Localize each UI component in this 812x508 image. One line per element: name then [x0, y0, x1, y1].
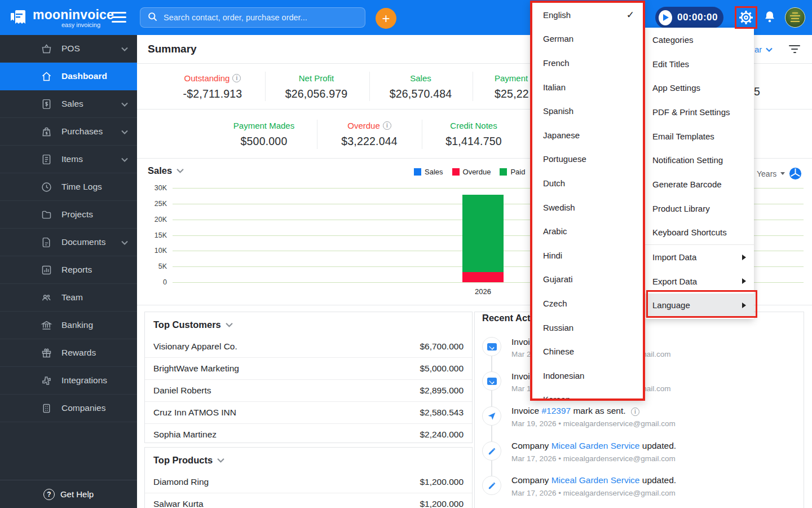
- sidebar-item-time-logs[interactable]: Time Logs: [0, 173, 137, 201]
- sidebar-item-reports[interactable]: Reports: [0, 256, 137, 284]
- menu-item-pdf-print-settings[interactable]: PDF & Print Settings: [645, 100, 754, 124]
- sidebar-item-companies[interactable]: Companies: [0, 395, 137, 422]
- legend-item-sales: Sales: [414, 168, 443, 176]
- menu-item-import-data[interactable]: Import Data: [645, 245, 754, 269]
- language-option-german[interactable]: German: [532, 27, 643, 51]
- legend-swatch: [500, 168, 507, 176]
- sidebar-item-integrations[interactable]: Integrations: [0, 367, 137, 395]
- menu-item-notification-setting[interactable]: Notification Setting: [645, 148, 754, 172]
- bar-stack[interactable]: [462, 188, 504, 282]
- sidebar-item-rewards[interactable]: Rewards: [0, 339, 137, 367]
- sidebar-item-dashboard[interactable]: Dashboard: [0, 63, 137, 90]
- menu-item-language[interactable]: Language: [645, 294, 754, 318]
- chart-range-select[interactable]: Years: [757, 167, 802, 180]
- sidebar-label: Banking: [61, 320, 93, 330]
- top-products-title[interactable]: Top Products: [145, 448, 472, 471]
- divider: [473, 72, 473, 101]
- time-tracker[interactable]: 00:00:00: [655, 7, 723, 28]
- brand-tagline: easy invoicing: [33, 21, 100, 28]
- sales-chart-title[interactable]: Sales: [148, 165, 184, 176]
- menu-item-categories[interactable]: Categories: [645, 28, 754, 52]
- menu-item-edit-titles[interactable]: Edit Titles: [645, 52, 754, 76]
- language-option-gujarati[interactable]: Gujarati: [532, 268, 643, 292]
- info-icon[interactable]: i: [232, 74, 241, 82]
- activity-title: Company Miceal Garden Service updated.: [511, 441, 676, 451]
- language-option-portuguese[interactable]: Portuguese: [532, 147, 643, 172]
- language-option-english[interactable]: English✓: [532, 3, 643, 27]
- get-help-label: Get Help: [60, 489, 94, 499]
- language-option-japanese[interactable]: Japanese: [532, 123, 643, 147]
- table-row[interactable]: Daniel Roberts$2,895.000: [145, 379, 472, 401]
- submenu-arrow-icon: [742, 278, 746, 284]
- timer-value: 00:00:00: [677, 12, 718, 23]
- table-row[interactable]: Sophia Martinez$2,240.000: [145, 423, 472, 445]
- menu-item-export-data[interactable]: Export Data: [645, 269, 754, 294]
- menu-toggle-icon[interactable]: [112, 12, 126, 25]
- sidebar-label: Integrations: [61, 375, 107, 386]
- menu-item-product-library[interactable]: Product Library: [645, 196, 754, 221]
- menu-item-app-settings[interactable]: App Settings: [645, 76, 754, 100]
- add-new-button[interactable]: +: [376, 8, 396, 29]
- y-tick: 5K: [144, 262, 167, 270]
- table-row[interactable]: Cruz Inn ATMOS INN$2,580.543: [145, 401, 472, 423]
- stat-net-profit: Net Profit $26,056.979: [268, 73, 364, 100]
- top-customers-card: Top Customers Visionary Apparel Co.$6,70…: [144, 312, 473, 443]
- company-link[interactable]: Miceal Garden Service: [551, 475, 640, 485]
- clock-icon: [41, 181, 53, 193]
- user-avatar[interactable]: [785, 7, 805, 28]
- language-option-arabic[interactable]: Arabic: [532, 219, 643, 243]
- language-option-czech[interactable]: Czech: [532, 291, 643, 316]
- y-tick: 20K: [144, 216, 167, 224]
- y-tick: 10K: [144, 247, 167, 255]
- language-option-hindi[interactable]: Hindi: [532, 243, 643, 268]
- y-tick: 30K: [144, 184, 167, 192]
- settings-gear-icon[interactable]: [738, 9, 754, 28]
- menu-item-generate-barcode[interactable]: Generate Barcode: [645, 172, 754, 196]
- company-link[interactable]: Miceal Garden Service: [551, 441, 640, 450]
- play-icon[interactable]: [659, 10, 672, 25]
- sidebar-item-pos[interactable]: POS: [0, 35, 137, 63]
- info-icon[interactable]: i: [631, 408, 639, 416]
- activity-meta: Mar 17, 2026 • micealgardenservice@gmail…: [511, 454, 676, 463]
- sidebar-item-items[interactable]: Items: [0, 146, 137, 173]
- language-option-indonesian[interactable]: Indonesian: [532, 364, 643, 388]
- table-row[interactable]: Visionary Apparel Co.$6,700.000: [145, 335, 472, 357]
- sidebar-item-sales[interactable]: Sales: [0, 90, 137, 118]
- table-row[interactable]: Diamond Ring$1,200.000: [145, 471, 472, 493]
- language-option-korean[interactable]: Korean: [532, 388, 643, 401]
- chevron-down-icon: [121, 126, 128, 137]
- table-row[interactable]: Salwar Kurta$1,200.000: [145, 493, 472, 508]
- chevron-down-icon: [121, 154, 128, 164]
- language-option-italian[interactable]: Italian: [532, 75, 643, 99]
- language-option-spanish[interactable]: Spanish: [532, 99, 643, 123]
- language-option-chinese[interactable]: Chinese: [532, 339, 643, 364]
- language-option-russian[interactable]: Russian: [532, 316, 643, 340]
- info-icon[interactable]: i: [383, 121, 391, 130]
- filter-icon[interactable]: [789, 45, 800, 55]
- language-option-swedish[interactable]: Swedish: [532, 195, 643, 220]
- get-help-button[interactable]: ? Get Help: [0, 480, 137, 508]
- language-option-dutch[interactable]: Dutch: [532, 171, 643, 195]
- chevron-down-icon: [766, 47, 773, 52]
- table-row[interactable]: BrightWave Marketing$5,000.000: [145, 357, 472, 379]
- notifications-bell-icon[interactable]: [762, 10, 777, 27]
- sidebar-item-purchases[interactable]: Purchases: [0, 118, 137, 146]
- chevron-down-icon: [121, 237, 128, 247]
- chart-type-icon[interactable]: [789, 167, 802, 180]
- settings-menu: Categories Edit Titles App Settings PDF …: [645, 28, 754, 319]
- search-input[interactable]: [164, 13, 358, 22]
- sidebar-item-banking[interactable]: Banking: [0, 312, 137, 339]
- global-search[interactable]: [140, 7, 365, 28]
- sidebar-item-projects[interactable]: Projects: [0, 201, 137, 229]
- invoice-link[interactable]: #12397: [541, 406, 571, 415]
- y-tick: 0: [144, 278, 167, 286]
- menu-item-email-templates[interactable]: Email Templates: [645, 124, 754, 148]
- partial-stat-value: 5: [754, 85, 760, 98]
- top-customers-title[interactable]: Top Customers: [145, 312, 472, 335]
- sidebar-item-documents[interactable]: Documents: [0, 229, 137, 256]
- puzzle-icon: [41, 374, 53, 387]
- sidebar-item-team[interactable]: Team: [0, 284, 137, 312]
- language-option-french[interactable]: French: [532, 51, 643, 75]
- menu-item-keyboard-shortcuts[interactable]: Keyboard Shortcuts: [645, 221, 754, 245]
- year-filter-fragment[interactable]: ar: [754, 45, 773, 54]
